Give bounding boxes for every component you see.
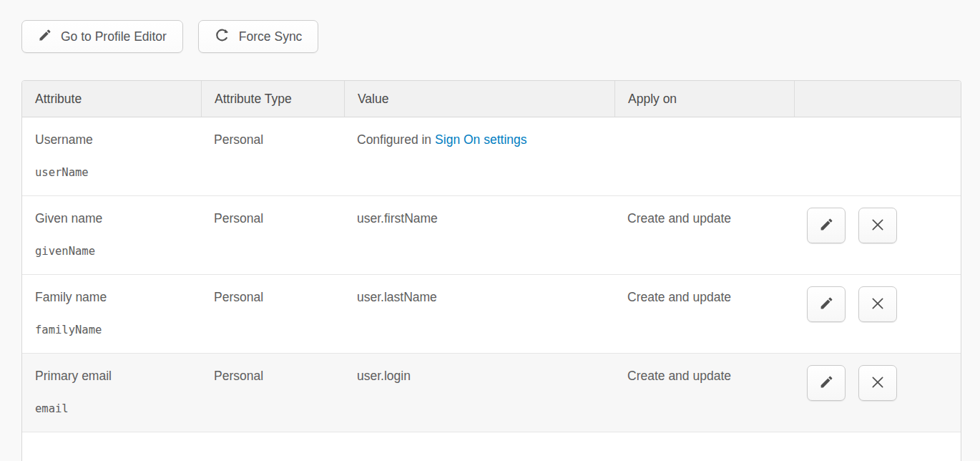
close-icon (871, 218, 885, 234)
value-cell: user.lastName (344, 275, 614, 353)
pencil-icon (819, 217, 834, 234)
header-attribute: Attribute (22, 81, 201, 117)
table-row-family-name: Family name familyName Personal user.las… (22, 275, 961, 354)
close-icon (871, 375, 885, 392)
attribute-type-cell: Personal (201, 117, 344, 195)
edit-attribute-button[interactable] (807, 365, 846, 401)
attribute-cell: Given name givenName (22, 196, 201, 274)
value-cell: user.firstName (344, 196, 614, 274)
refresh-icon (215, 27, 230, 47)
attribute-code: userName (35, 166, 194, 179)
pencil-icon (819, 374, 834, 392)
go-to-profile-editor-label: Go to Profile Editor (61, 29, 167, 44)
attribute-display-name: Family name (35, 290, 194, 305)
actions-cell (794, 196, 961, 274)
actions-cell (794, 275, 961, 353)
header-actions (794, 81, 961, 117)
pencil-icon (38, 28, 52, 46)
go-to-profile-editor-button[interactable]: Go to Profile Editor (21, 20, 183, 53)
attribute-cell: Family name familyName (22, 275, 201, 353)
table-header-row: Attribute Attribute Type Value Apply on (22, 81, 961, 117)
edit-attribute-button[interactable] (807, 286, 846, 322)
table-row-username: Username userName Personal Configured in… (22, 117, 961, 196)
attribute-code: email (35, 402, 194, 415)
delete-attribute-button[interactable] (858, 286, 897, 322)
header-apply-on: Apply on (614, 81, 794, 117)
attribute-type-cell: Personal (201, 275, 344, 353)
attribute-mapping-table: Attribute Attribute Type Value Apply on … (21, 80, 961, 461)
apply-on-cell: Create and update (614, 354, 794, 432)
attribute-code: givenName (35, 245, 194, 258)
apply-on-cell (614, 117, 794, 195)
value-prefix-text: Configured in (357, 132, 431, 147)
attribute-display-name: Given name (35, 211, 194, 226)
attribute-cell: Username userName (22, 117, 201, 195)
actions-cell (794, 117, 961, 195)
table-row-primary-email: Primary email email Personal user.login … (22, 354, 961, 432)
value-cell: Configured inSign On settings (344, 117, 614, 195)
delete-attribute-button[interactable] (858, 365, 897, 401)
table-row-given-name: Given name givenName Personal user.first… (22, 196, 961, 275)
apply-on-cell: Create and update (614, 196, 794, 274)
pencil-icon (819, 296, 834, 313)
close-icon (871, 296, 885, 313)
actions-cell (794, 354, 961, 432)
force-sync-button[interactable]: Force Sync (198, 20, 319, 53)
delete-attribute-button[interactable] (858, 208, 897, 243)
attribute-display-name: Username (35, 132, 194, 147)
attribute-display-name: Primary email (35, 369, 194, 384)
apply-on-cell: Create and update (614, 275, 794, 353)
header-value: Value (344, 81, 614, 117)
sign-on-settings-link[interactable]: Sign On settings (435, 132, 526, 147)
toolbar: Go to Profile Editor Force Sync (21, 20, 318, 53)
header-attribute-type: Attribute Type (201, 81, 344, 117)
attribute-cell: Primary email email (22, 354, 201, 432)
attribute-type-cell: Personal (201, 196, 344, 274)
value-cell: user.login (344, 354, 614, 432)
edit-attribute-button[interactable] (807, 208, 846, 243)
attribute-code: familyName (35, 324, 194, 336)
force-sync-label: Force Sync (239, 29, 303, 44)
attribute-type-cell: Personal (201, 354, 344, 432)
